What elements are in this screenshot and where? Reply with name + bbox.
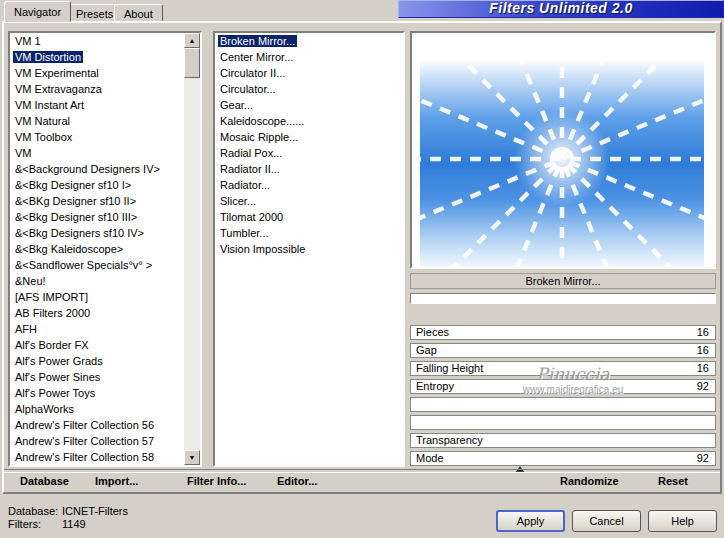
param-label: Pieces: [416, 326, 449, 339]
scroll-up-icon[interactable]: ▲: [184, 33, 200, 48]
filter-item[interactable]: Radiator...: [215, 177, 403, 193]
filter-item-label: Radiator II...: [218, 163, 282, 175]
category-item[interactable]: VM Natural: [10, 113, 184, 129]
category-item[interactable]: Alf's Border FX: [10, 337, 184, 353]
category-item-label: &<Bkg Kaleidoscope>: [13, 243, 125, 255]
filters-count-value: 1149: [62, 518, 86, 530]
randomize-button[interactable]: Randomize: [560, 475, 619, 487]
filter-item[interactable]: Tumbler...: [215, 225, 403, 241]
category-item-label: VM Natural: [13, 115, 72, 127]
filter-item[interactable]: Tilomat 2000: [215, 209, 403, 225]
category-item[interactable]: &<Bkg Designer sf10 I>: [10, 177, 184, 193]
param-label: Falling Height: [416, 362, 483, 375]
editor-button[interactable]: Editor...: [277, 475, 317, 487]
category-item[interactable]: &<Background Designers IV>: [10, 161, 184, 177]
param-row-mode[interactable]: Mode 92: [410, 451, 716, 466]
filter-item-label: Circulator...: [218, 83, 278, 95]
category-item-label: Andrew's Filter Collection 57: [13, 435, 156, 447]
category-scrollbar[interactable]: ▲ ▼: [184, 33, 200, 465]
scroll-down-icon[interactable]: ▼: [184, 450, 200, 465]
filter-info-button[interactable]: Filter Info...: [187, 475, 246, 487]
category-item[interactable]: AB Filters 2000: [10, 305, 184, 321]
scrollbar-thumb[interactable]: [184, 48, 200, 78]
param-slider[interactable]: [410, 415, 716, 430]
category-item[interactable]: &<BKg Designer sf10 II>: [10, 193, 184, 209]
category-item[interactable]: Alf's Power Toys: [10, 385, 184, 401]
category-item[interactable]: VM Toolbox: [10, 129, 184, 145]
filter-item[interactable]: Radiator II...: [215, 161, 403, 177]
category-item[interactable]: &<Bkg Kaleidoscope>: [10, 241, 184, 257]
param-label: Entropy: [416, 380, 454, 393]
category-item-label: [AFS IMPORT]: [13, 291, 90, 303]
filter-item[interactable]: Mosaic Ripple...: [215, 129, 403, 145]
filter-item[interactable]: Circulator II...: [215, 65, 403, 81]
category-item[interactable]: Andrew's Filter Collection 57: [10, 433, 184, 449]
category-item[interactable]: VM Experimental: [10, 65, 184, 81]
import-button[interactable]: Import...: [95, 475, 138, 487]
category-item[interactable]: VM Extravaganza: [10, 81, 184, 97]
category-item[interactable]: &Neu!: [10, 273, 184, 289]
category-item[interactable]: VM: [10, 145, 184, 161]
category-item-label: VM Toolbox: [13, 131, 74, 143]
category-item[interactable]: Alf's Power Grads: [10, 353, 184, 369]
category-item[interactable]: &<Sandflower Specials°v° >: [10, 257, 184, 273]
tab-about-label: About: [124, 8, 153, 20]
category-item-label: AB Filters 2000: [13, 307, 92, 319]
param-label: Mode: [416, 452, 444, 465]
category-item-label: VM Extravaganza: [13, 83, 104, 95]
filter-item-label: Mosaic Ripple...: [218, 131, 300, 143]
param-row-falling-height[interactable]: Falling Height 16: [410, 361, 716, 376]
category-item-label: VM Distortion: [13, 51, 83, 63]
category-item[interactable]: VM Distortion: [10, 49, 184, 65]
filter-item[interactable]: Vision Impossible: [215, 241, 403, 257]
category-item-label: VM Experimental: [13, 67, 101, 79]
category-item[interactable]: Andrew's Filter Collection 56: [10, 417, 184, 433]
param-row-transparency[interactable]: Transparency: [410, 433, 716, 448]
filter-item-label: Vision Impossible: [218, 243, 307, 255]
category-item[interactable]: Alf's Power Sines: [10, 369, 184, 385]
filter-item[interactable]: Kaleidoscope......: [215, 113, 403, 129]
filter-item[interactable]: Circulator...: [215, 81, 403, 97]
filter-item[interactable]: Slicer...: [215, 193, 403, 209]
category-item[interactable]: VM Instant Art: [10, 97, 184, 113]
category-item-label: &<Bkg Designers sf10 IV>: [13, 227, 146, 239]
param-value: 92: [697, 380, 709, 393]
category-item[interactable]: [AFS IMPORT]: [10, 289, 184, 305]
category-item-label: &<Sandflower Specials°v° >: [13, 259, 154, 271]
category-item[interactable]: VM 1: [10, 33, 184, 49]
param-row-gap[interactable]: Gap 16: [410, 343, 716, 358]
category-item-label: VM: [13, 147, 34, 159]
param-value: 16: [697, 344, 709, 357]
category-item[interactable]: Andrew's Filter Collection 58: [10, 449, 184, 465]
param-slider[interactable]: [410, 397, 716, 412]
category-item[interactable]: &<Bkg Designer sf10 III>: [10, 209, 184, 225]
filter-item[interactable]: Center Mirror...: [215, 49, 403, 65]
filter-item[interactable]: Radial Pox...: [215, 145, 403, 161]
tab-about[interactable]: About: [114, 4, 163, 21]
tab-navigator[interactable]: Navigator: [4, 1, 71, 22]
category-item[interactable]: AFH: [10, 321, 184, 337]
help-button[interactable]: Help: [648, 510, 717, 532]
category-item-label: Andrew's Filter Collection 56: [13, 419, 156, 431]
navigator-panel: VM 1VM DistortionVM ExperimentalVM Extra…: [2, 21, 722, 494]
filter-item-label: Circulator II...: [218, 67, 287, 79]
filter-item-label: Radial Pox...: [218, 147, 284, 159]
filter-item-label: Broken Mirror...: [218, 35, 297, 47]
category-item[interactable]: &<Bkg Designers sf10 IV>: [10, 225, 184, 241]
filter-item-label: Kaleidoscope......: [218, 115, 306, 127]
filters-count-label: Filters:: [8, 518, 41, 530]
filter-item-label: Slicer...: [218, 195, 258, 207]
database-button[interactable]: Database: [20, 475, 69, 487]
preview-image[interactable]: [420, 59, 704, 267]
filter-item[interactable]: Broken Mirror...: [215, 33, 403, 49]
cancel-button[interactable]: Cancel: [572, 510, 641, 532]
apply-button[interactable]: Apply: [496, 510, 565, 532]
filter-item[interactable]: Gear...: [215, 97, 403, 113]
reset-button[interactable]: Reset: [658, 475, 688, 487]
param-row-entropy[interactable]: Entropy 92: [410, 379, 716, 394]
category-item-label: &<BKg Designer sf10 II>: [13, 195, 138, 207]
database-status-label: Database:: [8, 505, 58, 517]
category-item-label: Alf's Power Toys: [13, 387, 97, 399]
category-item[interactable]: AlphaWorks: [10, 401, 184, 417]
param-row-pieces[interactable]: Pieces 16: [410, 325, 716, 340]
